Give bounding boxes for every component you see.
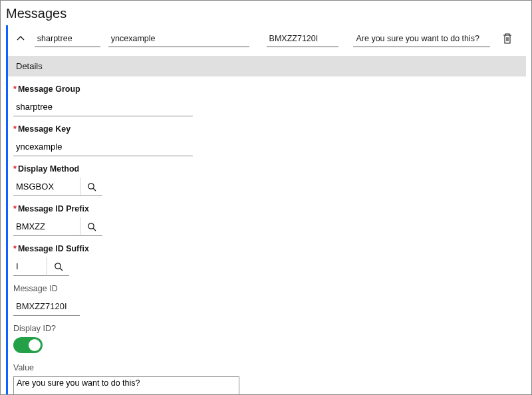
summary-key[interactable]: yncexample <box>108 30 249 47</box>
details-header: Details <box>8 56 526 76</box>
svg-line-1 <box>93 188 96 191</box>
summary-value[interactable]: Are you sure you want to do this? <box>353 30 490 47</box>
value-label: Value <box>13 363 526 372</box>
trash-icon <box>502 33 513 45</box>
message-group-input[interactable] <box>13 98 193 116</box>
message-id-suffix-lookup[interactable] <box>47 257 69 276</box>
display-id-label: Display ID? <box>13 324 526 333</box>
message-id-value: BMXZZ7120I <box>13 297 80 316</box>
svg-point-0 <box>88 183 93 188</box>
svg-line-5 <box>60 268 63 271</box>
summary-row: sharptree yncexample BMXZZ7120I Are you … <box>8 25 526 52</box>
display-id-toggle[interactable] <box>13 337 43 353</box>
message-id-suffix-input[interactable] <box>13 257 47 276</box>
search-icon <box>87 222 96 231</box>
message-id-prefix-label: Message ID Prefix <box>13 204 526 213</box>
message-group-label: Message Group <box>13 84 526 94</box>
chevron-up-icon <box>17 36 25 41</box>
message-id-prefix-input[interactable] <box>13 217 80 236</box>
message-id-label: Message ID <box>13 284 526 293</box>
search-icon <box>87 182 96 192</box>
value-textarea[interactable] <box>13 376 239 395</box>
display-method-label: Display Method <box>13 164 526 174</box>
message-id-suffix-label: Message ID Suffix <box>13 244 526 253</box>
search-icon <box>54 262 63 271</box>
svg-line-3 <box>93 228 96 231</box>
svg-point-2 <box>88 223 93 228</box>
message-key-label: Message Key <box>13 124 526 134</box>
page-title: Messages <box>1 1 531 25</box>
message-id-prefix-lookup[interactable] <box>80 217 102 236</box>
svg-point-4 <box>55 263 60 268</box>
collapse-button[interactable] <box>15 33 27 45</box>
display-method-lookup[interactable] <box>80 178 102 196</box>
message-key-input[interactable] <box>13 138 193 156</box>
summary-group[interactable]: sharptree <box>35 30 100 47</box>
display-method-input[interactable] <box>13 178 80 196</box>
delete-button[interactable] <box>498 29 517 48</box>
summary-message-id[interactable]: BMXZZ7120I <box>267 30 339 47</box>
